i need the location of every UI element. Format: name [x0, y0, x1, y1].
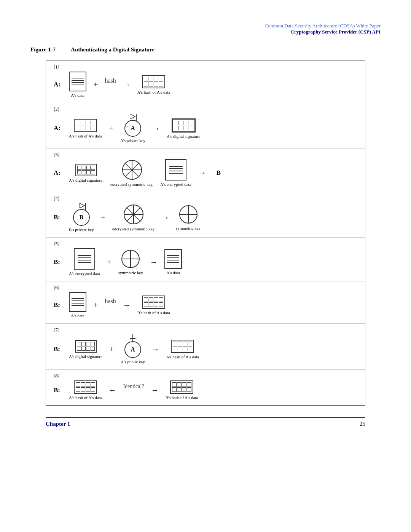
element-identical: Identical? — [123, 383, 144, 397]
header-subtitle: Cryptography Service Provider (CSP) API — [30, 29, 381, 35]
footer-page: 25 — [360, 421, 365, 427]
label-sym-key-4: symmetric key — [176, 226, 201, 230]
element-a-hash-7: A's hash of A's data — [166, 340, 199, 359]
row-number-1: [1] — [54, 64, 59, 70]
label-enc-data-5: A's encrypted data — [69, 271, 100, 276]
sig-block-3 — [75, 164, 97, 176]
element-as-data-doc: A's data — [69, 72, 86, 97]
enc-sym-key-svg-4 — [123, 204, 144, 225]
diagram-row-7: [7] B: A's digital signature + — [46, 324, 365, 370]
arrow-op-7: → — [152, 345, 159, 354]
row-number-5: [5] — [54, 241, 59, 247]
element-enc-data-5: A's encrypted data — [69, 248, 100, 276]
hash-block-2 — [74, 119, 97, 132]
row-number-3: [3] — [54, 152, 59, 158]
row-content-3: A's digital signature, encrypted symmetr… — [69, 159, 357, 187]
arrow-op-6: → — [123, 301, 131, 310]
footer-chapter: Chapter 1 — [46, 421, 70, 427]
element-hash-text: hash — [105, 77, 116, 92]
circle-a-key: A — [124, 120, 141, 137]
arrow-op-5: → — [150, 258, 158, 267]
diagram-row-8: [8] B: A's hash of A's data ← Identical?… — [46, 370, 365, 405]
plus-op-4: + — [101, 212, 105, 222]
hash-block-6 — [142, 296, 165, 309]
element-public-key-a: A A's public key — [121, 334, 145, 364]
element-as-data-5: A's data — [164, 249, 182, 275]
label-b-hash: B's hash of A's data — [137, 310, 170, 315]
identical-label: Identical? — [123, 383, 144, 390]
page-header: Common Data Security Architecture (CDSA)… — [30, 23, 381, 35]
enc-sym-key-svg — [121, 159, 143, 181]
sig-block-7 — [75, 340, 97, 353]
figure-label: Figure 1-7 — [30, 46, 56, 53]
element-enc-data: A's encrypted data — [160, 159, 191, 187]
label-as-data-6: A's data — [71, 313, 84, 318]
label-hash-as-data: A's hash of A's data — [137, 90, 170, 94]
label-digital-sig: A's digital signature — [167, 134, 200, 139]
hash-label-6: hash — [105, 298, 116, 305]
element-hash-result: A's hash of A's data — [137, 75, 170, 94]
plus-op-6: + — [93, 300, 98, 310]
element-private-key-a: A A's private key — [120, 114, 145, 143]
page-footer: Chapter 1 25 — [46, 417, 365, 427]
doc-icon — [69, 72, 86, 91]
arrow-left-8: ← — [108, 386, 116, 395]
element-as-data-6: A's data — [69, 292, 86, 318]
label-enc-data: A's encrypted data — [160, 182, 191, 187]
page: Common Data Security Architecture (CDSA)… — [0, 0, 411, 532]
row-actor-4: B: — [54, 214, 69, 221]
label-enc-sym-key: encrypted symmetric key, — [110, 182, 153, 187]
element-private-key-b: B B's private key — [69, 203, 94, 232]
sig-block — [172, 118, 196, 133]
enc-doc-icon — [165, 159, 186, 181]
label-enc-sym-key-4: encrypted symmetric key — [112, 227, 155, 231]
arrow-op: → — [123, 80, 131, 89]
hash-block-7 — [171, 340, 194, 353]
doc-icon-5 — [164, 249, 182, 269]
doc-icon-6 — [69, 292, 86, 312]
hash-block-8b — [170, 380, 193, 394]
sym-key-svg-4 — [178, 204, 198, 224]
element-hash-text-6: hash — [105, 298, 116, 312]
element-digital-sig: A's digital signature — [167, 118, 200, 139]
row-content-8: A's hash of A's data ← Identical? → B's … — [69, 380, 357, 400]
element-sym-key-5: symmetric key — [118, 249, 143, 275]
row-content-4: B B's private key + encrypted symmetric … — [69, 203, 357, 232]
label-a-hash-8: A's hash of A's data — [69, 395, 102, 400]
row-number-2: [2] — [54, 106, 59, 112]
label-private-key-b: B's private key — [69, 227, 94, 232]
enc-doc-5 — [74, 248, 95, 270]
actor-b-label: B — [217, 169, 221, 177]
arrow-op-4: → — [161, 213, 169, 222]
diagram-container: [1] A: A's data + hash → — [46, 61, 365, 406]
row-actor-3: A: — [54, 169, 69, 177]
row-actor-8: B: — [54, 387, 69, 394]
element-enc-sym-key: encrypted symmetric key, — [110, 159, 153, 187]
element-b-hash: B's hash of A's data — [137, 296, 170, 315]
diagram-row-4: [4] B: B B's private key + — [46, 192, 365, 238]
arrow-op-3: → — [198, 168, 207, 178]
circle-b-key: B — [73, 209, 90, 226]
row-content-1: A's data + hash → A's hash of A's data — [69, 72, 357, 97]
hash-label: hash — [105, 77, 116, 84]
row-content-7: A's digital signature + A A's public key… — [69, 334, 357, 364]
label-hash-input: A's hash of A's data — [69, 134, 102, 138]
diagram-row-3: [3] A: A's digital signature, — [46, 149, 365, 192]
label-private-key-a: A's private key — [120, 138, 145, 143]
figure-caption: Authenticating a Digital Signature — [71, 46, 155, 53]
header-title: Common Data Security Architecture (CDSA)… — [30, 23, 381, 29]
diagram-row-2: [2] A: A's hash of A's data + — [46, 103, 365, 149]
label-a-hash-7: A's hash of A's data — [166, 355, 199, 359]
svg-marker-6 — [79, 203, 84, 208]
element-sig-3: A's digital signature, — [69, 164, 104, 182]
row-content-5: A's encrypted data + symmetric key → — [69, 248, 357, 276]
row-actor-1: A: — [54, 81, 69, 88]
plus-op-5: + — [107, 257, 111, 267]
row-number-4: [4] — [54, 195, 59, 201]
row-actor-7: B: — [54, 345, 69, 353]
label-b-hash-8: B's hash of A's data — [166, 395, 198, 400]
element-sig-7: A's digital signature — [69, 340, 102, 359]
label-public-key-a: A's public key — [121, 359, 145, 364]
figure-title: Figure 1-7 Authenticating a Digital Sign… — [30, 46, 381, 53]
element-sym-key-4: symmetric key — [176, 204, 201, 230]
